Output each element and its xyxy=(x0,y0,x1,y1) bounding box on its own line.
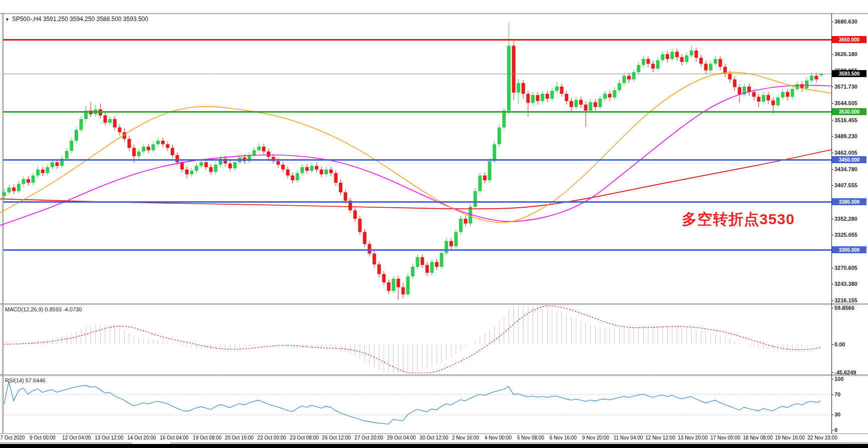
price-tick-label: 3544.505 xyxy=(834,100,857,106)
time-axis-label: 2 Nov 16:00 xyxy=(452,435,479,440)
price-level-tag: 3300.000 xyxy=(832,246,866,253)
time-axis-label: 13 Nov 20:00 xyxy=(678,435,708,440)
price-tick-label: 3462.005 xyxy=(834,150,857,156)
price-tick-label: 3516.455 xyxy=(834,117,857,123)
current-price-tag: 3593.500 xyxy=(832,70,866,77)
chart-title-dropdown-icon[interactable]: ▼ xyxy=(5,17,10,22)
price-tick-label: 3270.605 xyxy=(834,265,857,271)
price-level-tag: 3530.000 xyxy=(832,108,866,115)
time-axis-label: 7 Oct 2020 xyxy=(1,435,25,440)
time-axis-label: 12 Oct 04:00 xyxy=(62,435,91,440)
price-tick-label: 3489.230 xyxy=(834,133,857,139)
price-level-tag: 3380.000 xyxy=(832,198,866,205)
time-axis-label: 17 Nov 00:00 xyxy=(710,435,740,440)
chart-annotation-text: 多空转折点3530 xyxy=(682,209,795,230)
macd-axis-label: 0.00 xyxy=(834,341,845,347)
price-tick-label: 3352.280 xyxy=(834,216,857,222)
time-axis-label: 20 Oct 16:00 xyxy=(225,435,253,440)
price-tick-label: 3434.780 xyxy=(834,166,857,172)
macd-indicator-label: MACD(12,26,9) 0.8593 -4.0730 xyxy=(5,306,82,312)
time-axis-label: 6 Nov 16:00 xyxy=(550,435,577,440)
time-axis-label: 22 Oct 00:00 xyxy=(257,435,286,440)
price-level-tag: 3650.000 xyxy=(832,36,866,43)
time-axis-label: 4 Nov 00:00 xyxy=(485,435,512,440)
time-axis-label: 13 Oct 12:00 xyxy=(95,435,123,440)
time-axis-label: 26 Oct 12:00 xyxy=(322,435,350,440)
price-tick-label: 3626.180 xyxy=(834,51,857,57)
time-axis-label: 18 Nov 08:00 xyxy=(743,435,773,440)
rsi-indicator-label: RSI(14) 57.6446 xyxy=(5,377,46,383)
price-level-tag: 3450.000 xyxy=(832,156,866,163)
time-axis-label: 29 Oct 04:00 xyxy=(387,435,415,440)
time-axis-label: 5 Nov 08:00 xyxy=(517,435,544,440)
macd-axis-label: 59.8566 xyxy=(834,305,854,311)
time-axis-label: 19 Nov 16:00 xyxy=(775,435,805,440)
time-axis-label: 22 Nov 23:00 xyxy=(807,435,837,440)
time-axis-label: 14 Oct 20:00 xyxy=(127,435,156,440)
macd-axis-label: -45.6249 xyxy=(834,369,856,375)
rsi-axis-label: 100 xyxy=(834,376,843,382)
bottom-bar xyxy=(0,444,868,448)
price-tick-label: 3243.380 xyxy=(834,281,857,287)
rsi-axis-label: 0 xyxy=(834,427,837,433)
trading-platform-window: F A T ⇱ ▾ M1M5M15M30H1H4D1W1MN ▼SP500-,H… xyxy=(0,0,868,448)
time-axis-label: 30 Oct 12:00 xyxy=(419,435,448,440)
time-axis-label: 12 Nov 12:00 xyxy=(645,435,675,440)
time-axis-label: 9 Oct 00:00 xyxy=(30,435,56,440)
time-axis-label: 11 Nov 04:00 xyxy=(614,435,643,440)
price-tick-label: 3325.055 xyxy=(834,232,857,238)
rsi-axis-label: 70 xyxy=(834,391,840,397)
time-axis-label: 27 Oct 20:00 xyxy=(354,435,383,440)
price-tick-label: 3680.630 xyxy=(834,19,857,25)
chart-title: ▼SP500-,H4 3591.250 3594.250 3588.500 35… xyxy=(5,16,148,23)
time-axis-label: 19 Oct 08:00 xyxy=(193,435,221,440)
price-tick-label: 3407.555 xyxy=(834,182,857,188)
chart-title-text: SP500-,H4 3591.250 3594.250 3588.500 359… xyxy=(12,16,148,23)
time-axis-label: 9 Nov 20:00 xyxy=(582,435,609,440)
horizontal-scrollbar-thumb[interactable] xyxy=(132,442,170,444)
price-tick-label: 3571.730 xyxy=(834,84,857,90)
time-axis-label: 23 Oct 08:00 xyxy=(290,435,318,440)
time-axis-label: 16 Oct 04:00 xyxy=(160,435,188,440)
rsi-axis-label: 30 xyxy=(834,411,840,417)
price-tick-label: 3216.155 xyxy=(834,297,857,303)
